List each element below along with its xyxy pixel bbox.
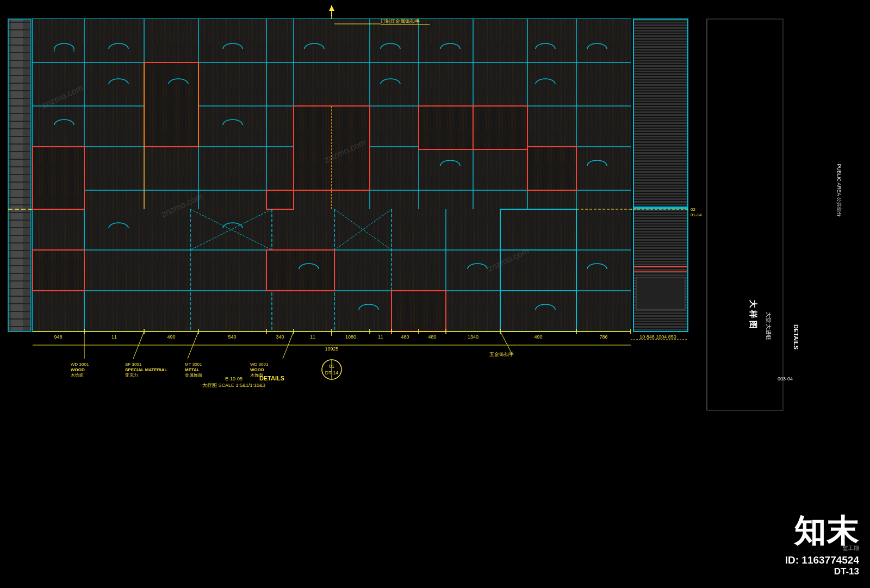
- svg-text:490: 490: [167, 334, 175, 340]
- svg-text:五金饰扣手: 五金饰扣手: [489, 352, 514, 357]
- svg-rect-75: [636, 277, 685, 310]
- svg-text:1340: 1340: [468, 334, 478, 340]
- svg-text:DT-14: DT-14: [325, 370, 339, 376]
- svg-text:11: 11: [310, 334, 315, 340]
- main-container: 948 11 490 540 340 11 1080 11 480 480 13…: [0, 0, 870, 588]
- logo-id-line: ID: 1163774524: [785, 554, 859, 566]
- svg-text:WOOD: WOOD: [250, 367, 264, 372]
- svg-rect-54: [391, 291, 446, 331]
- svg-rect-6: [8, 19, 31, 331]
- svg-text:SF 3001: SF 3001: [125, 362, 142, 367]
- svg-text:10 848 1004 850: 10 848 1004 850: [639, 334, 676, 340]
- svg-rect-53: [266, 250, 334, 291]
- svg-rect-38: [473, 106, 527, 149]
- svg-text:订制压金属饰扣手: 订制压金属饰扣手: [381, 18, 420, 24]
- svg-text:480: 480: [428, 334, 436, 340]
- svg-text:340: 340: [276, 334, 284, 340]
- logo-block: 知末 监工期 ID: 1163774524 DT-13: [785, 515, 859, 577]
- svg-text:MT 3001: MT 3001: [185, 362, 202, 367]
- svg-text:大样图 SCALE 1:5&1/1:10&3: 大样图 SCALE 1:5&1/1:10&3: [202, 383, 265, 388]
- svg-text:490: 490: [534, 334, 542, 340]
- svg-text:11: 11: [378, 334, 383, 340]
- svg-text:003-04: 003-04: [778, 376, 793, 381]
- logo-id-number: 1163774524: [801, 554, 859, 566]
- svg-text:大堂 大进驻: 大堂 大进驻: [766, 312, 772, 341]
- svg-text:金属饰面: 金属饰面: [185, 373, 202, 378]
- svg-text:948: 948: [54, 334, 62, 340]
- svg-text:E-10-05: E-10-05: [225, 376, 243, 381]
- svg-text:木饰面: 木饰面: [250, 373, 263, 378]
- svg-rect-37: [419, 106, 473, 149]
- svg-text:WOOD: WOOD: [71, 367, 85, 372]
- svg-text:WD 3001: WD 3001: [71, 362, 89, 367]
- svg-text:01: 01: [329, 364, 334, 369]
- svg-text:1080: 1080: [345, 334, 356, 340]
- svg-text:540: 540: [228, 334, 236, 340]
- svg-text:02: 02: [691, 207, 695, 212]
- logo-drawing-ref: DT-13: [785, 566, 859, 577]
- svg-text:METAL: METAL: [185, 367, 200, 372]
- svg-text:01-14: 01-14: [691, 212, 702, 217]
- svg-rect-41: [527, 147, 576, 190]
- svg-rect-74: [633, 207, 688, 209]
- svg-text:10925: 10925: [325, 346, 338, 352]
- svg-text:DETAILS: DETAILS: [793, 324, 799, 349]
- svg-rect-35: [144, 62, 198, 147]
- left-brick-pattern: [8, 19, 31, 331]
- svg-text:11: 11: [111, 334, 117, 340]
- svg-text:亚克力: 亚克力: [125, 373, 138, 378]
- svg-text:WD 3001: WD 3001: [250, 362, 269, 367]
- svg-text:大样图: 大样图: [749, 299, 758, 331]
- logo-brand: 知末: [785, 515, 859, 547]
- svg-rect-40: [266, 190, 294, 209]
- cad-drawing: 948 11 490 540 340 11 1080 11 480 480 13…: [0, 0, 870, 588]
- svg-text:480: 480: [401, 334, 409, 340]
- svg-rect-39: [33, 147, 84, 209]
- svg-rect-52: [33, 250, 84, 291]
- svg-text:786: 786: [599, 334, 607, 340]
- svg-text:PUBLIC AREA  公共部分: PUBLIC AREA 公共部分: [836, 164, 842, 216]
- svg-text:木饰面: 木饰面: [71, 373, 84, 378]
- svg-text:SPECIAL MATERIAL: SPECIAL MATERIAL: [125, 367, 167, 372]
